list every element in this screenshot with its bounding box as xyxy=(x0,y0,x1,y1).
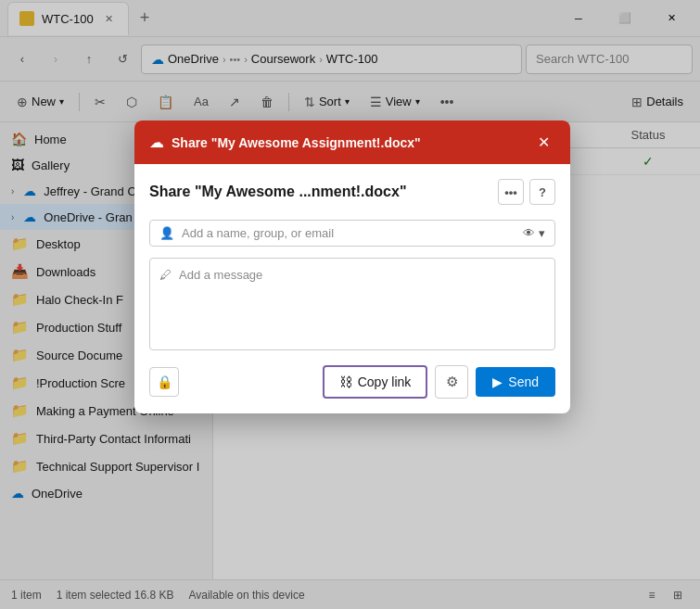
share-dialog-body: Share "My Awesome ...nment!.docx" ••• ? … xyxy=(134,164,570,413)
send-icon: ▶ xyxy=(492,374,503,389)
copy-link-icon: ⛓ xyxy=(339,374,352,389)
share-lock-button[interactable]: 🔒 xyxy=(149,367,179,397)
share-help-icon: ? xyxy=(539,185,546,199)
share-help-button[interactable]: ? xyxy=(529,179,555,205)
copy-link-button[interactable]: ⛓ Copy link xyxy=(323,365,428,399)
copy-link-label: Copy link xyxy=(358,374,412,389)
share-more-button[interactable]: ••• xyxy=(498,179,524,205)
share-recipient-input-row[interactable]: 👤 👁 ▾ xyxy=(149,220,555,247)
gear-icon: ⚙ xyxy=(446,374,458,390)
send-button[interactable]: ▶ Send xyxy=(476,367,555,397)
share-more-icon: ••• xyxy=(504,185,517,199)
share-dialog-header-icon: ☁ xyxy=(149,133,164,151)
share-dialog-header-title: Share "My Awesome Assignment!.docx" xyxy=(172,135,525,150)
share-dialog: ☁ Share "My Awesome Assignment!.docx" ✕ … xyxy=(134,121,570,413)
share-message-placeholder: Add a message xyxy=(179,268,262,282)
share-title-text: Share "My Awesome ...nment!.docx" xyxy=(149,184,406,200)
share-dialog-close-button[interactable]: ✕ xyxy=(532,132,555,153)
share-settings-button[interactable]: ⚙ xyxy=(435,365,468,399)
share-file-title: Share "My Awesome ...nment!.docx" ••• ? xyxy=(149,179,555,205)
share-eye-icon: 👁 xyxy=(523,226,535,240)
share-title-actions: ••• ? xyxy=(498,179,555,205)
send-label: Send xyxy=(508,374,539,389)
share-footer: 🔒 ⛓ Copy link ⚙ ▶ Send xyxy=(149,365,555,399)
share-recipient-input[interactable] xyxy=(182,226,515,240)
share-message-icon: 🖊 xyxy=(159,268,172,282)
share-message-area[interactable]: 🖊 Add a message xyxy=(149,258,555,350)
share-person-icon: 👤 xyxy=(159,226,174,240)
lock-icon: 🔒 xyxy=(157,374,172,389)
share-footer-right: ⛓ Copy link ⚙ ▶ Send xyxy=(323,365,555,399)
share-perm-chevron: ▾ xyxy=(539,226,545,240)
share-permission-button[interactable]: 👁 ▾ xyxy=(523,226,545,240)
share-dialog-header: ☁ Share "My Awesome Assignment!.docx" ✕ xyxy=(134,121,570,164)
